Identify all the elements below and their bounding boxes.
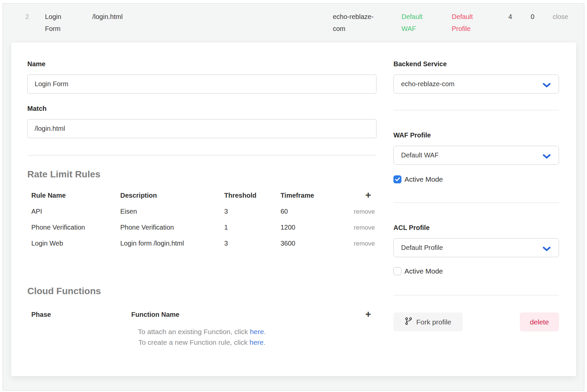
app-window: 2 Login Form /login.html echo-reblaze-co… bbox=[0, 0, 587, 392]
delete-button[interactable]: delete bbox=[520, 312, 559, 331]
function-help-text: To attach an existing Function, click he… bbox=[27, 326, 376, 348]
rule-waf-cell: Default WAF bbox=[401, 11, 452, 43]
rule-backend-cell: echo-reblaze-com bbox=[333, 11, 401, 43]
acl-active-mode-row[interactable]: Active Mode bbox=[393, 267, 559, 275]
check-icon bbox=[395, 177, 400, 181]
rule-description-value: Phone Verification bbox=[120, 224, 224, 231]
remove-rule-link[interactable]: remove bbox=[354, 240, 375, 247]
attach-function-link[interactable]: here bbox=[250, 328, 264, 335]
waf-profile-select[interactable]: Default WAF bbox=[393, 146, 559, 165]
cloud-functions-header-row: Phase Function Name + bbox=[27, 306, 376, 322]
rule-count-a: 4 bbox=[508, 11, 531, 43]
rule-timeframe-value: 3600 bbox=[281, 240, 354, 247]
add-function-icon[interactable]: + bbox=[365, 308, 371, 319]
rate-limit-title: Rate Limit Rules bbox=[27, 169, 376, 180]
waf-active-checkbox[interactable] bbox=[393, 175, 401, 183]
fork-profile-button[interactable]: Fork profile bbox=[393, 312, 463, 331]
rule-panel: 2 Login Form /login.html echo-reblaze-co… bbox=[3, 3, 584, 391]
cloud-functions-title: Cloud Functions bbox=[27, 286, 376, 297]
rule-count-b: 0 bbox=[531, 11, 553, 43]
rule-editor-main: Name Match Rate Limit Rules Rule Name De… bbox=[27, 60, 376, 376]
rate-limit-row: Login Web Login form /login.html 3 3600 … bbox=[27, 235, 376, 251]
chevron-down-icon bbox=[543, 82, 551, 90]
backend-service-select[interactable]: echo-reblaze-com bbox=[393, 75, 559, 94]
rule-name-value: API bbox=[31, 208, 120, 215]
git-fork-icon bbox=[405, 317, 412, 327]
rule-acl-cell: Default Profile bbox=[452, 11, 508, 43]
waf-active-mode-row[interactable]: Active Mode bbox=[393, 175, 559, 183]
remove-rule-link[interactable]: remove bbox=[354, 208, 375, 215]
rule-name-cell: Login Form bbox=[45, 11, 92, 43]
rule-threshold-value: 3 bbox=[224, 240, 281, 247]
rule-index: 2 bbox=[25, 11, 45, 43]
cloud-functions-section: Cloud Functions Phase Function Name + To… bbox=[27, 286, 376, 348]
create-function-link[interactable]: here bbox=[250, 338, 264, 346]
waf-active-label: Active Mode bbox=[404, 175, 443, 183]
name-label: Name bbox=[27, 60, 376, 68]
col-phase: Phase bbox=[31, 311, 131, 318]
rule-description-value: Eisen bbox=[120, 208, 224, 215]
rule-threshold-value: 3 bbox=[224, 208, 281, 215]
acl-profile-select[interactable]: Default Profile bbox=[393, 238, 559, 257]
rule-name-value: Login Web bbox=[31, 240, 120, 247]
section-divider bbox=[27, 155, 376, 156]
col-function-name: Function Name bbox=[131, 311, 358, 318]
rule-threshold-value: 1 bbox=[224, 224, 281, 231]
rate-limit-header-row: Rule Name Description Threshold Timefram… bbox=[27, 187, 376, 203]
add-rate-limit-icon[interactable]: + bbox=[365, 189, 371, 200]
name-input[interactable] bbox=[27, 75, 376, 94]
rule-description-value: Login form /login.html bbox=[120, 240, 224, 247]
sidebar-divider bbox=[393, 202, 559, 203]
acl-active-label: Active Mode bbox=[404, 267, 443, 275]
rule-summary-row: 2 Login Form /login.html echo-reblaze-co… bbox=[3, 4, 584, 43]
col-threshold: Threshold bbox=[224, 192, 281, 199]
col-description: Description bbox=[120, 192, 224, 199]
waf-profile-label: WAF Profile bbox=[393, 131, 559, 139]
match-label: Match bbox=[27, 104, 376, 112]
rule-timeframe-value: 1200 bbox=[281, 224, 354, 231]
chevron-down-icon bbox=[543, 153, 551, 161]
rate-limit-row: API Eisen 3 60 remove bbox=[27, 203, 376, 219]
remove-rule-link[interactable]: remove bbox=[354, 224, 375, 231]
sidebar-actions: Fork profile delete bbox=[393, 312, 559, 331]
acl-active-checkbox[interactable] bbox=[393, 267, 401, 275]
rule-timeframe-value: 60 bbox=[281, 208, 354, 215]
chevron-down-icon bbox=[543, 246, 551, 253]
col-rule-name: Rule Name bbox=[31, 192, 120, 199]
rate-limit-row: Phone Verification Phone Verification 1 … bbox=[27, 219, 376, 235]
match-input[interactable] bbox=[27, 119, 376, 138]
backend-service-label: Backend Service bbox=[393, 60, 559, 68]
rule-editor-sidebar: Backend Service echo-reblaze-com WAF Pro… bbox=[393, 60, 559, 376]
rule-match-cell: /login.html bbox=[92, 11, 333, 43]
sidebar-divider bbox=[393, 110, 559, 110]
col-timeframe: Timeframe bbox=[281, 192, 354, 199]
rule-editor-card: Name Match Rate Limit Rules Rule Name De… bbox=[11, 43, 576, 376]
close-button[interactable]: close bbox=[553, 11, 581, 43]
rule-name-value: Phone Verification bbox=[31, 224, 120, 231]
acl-profile-label: ACL Profile bbox=[393, 224, 559, 232]
sidebar-divider bbox=[393, 295, 559, 295]
